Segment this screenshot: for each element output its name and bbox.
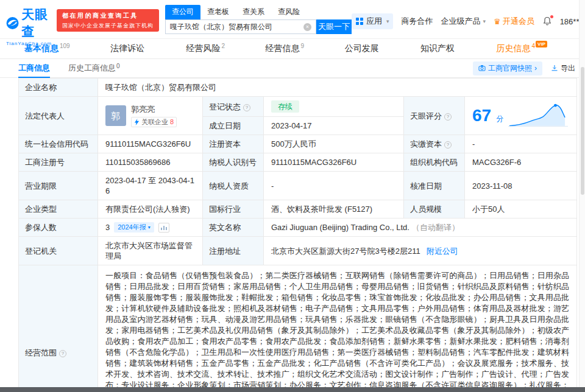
taxpayer-id-value: 91110115MACG326F6U <box>264 153 404 172</box>
slogan-badge: 都在用的商业查询工具 国家中小企业发展子基金旗下机构 <box>57 9 159 32</box>
english-name-cell: Gazi Jiuguan (Beijing) Trading Co., Ltd.… <box>264 219 577 237</box>
tab-operation-info[interactable]: 经营信息9 <box>266 43 305 54</box>
tab-operation-risk[interactable]: 经营风险2 <box>186 43 225 54</box>
business-scope-value: 一般项目：食品销售（仅销售预包装食品）；第二类医疗器械销售；互联网销售（除销售需… <box>98 265 577 392</box>
annual-report-tag[interactable]: 2024年报 ▾ <box>114 222 154 233</box>
open-vip-button[interactable]: ♛ 开通会员 <box>494 16 534 27</box>
tab-history-info[interactable]: 历史信息4VIP <box>497 43 547 54</box>
search-button[interactable]: 天眼一下 <box>316 19 352 34</box>
search-tab-boss[interactable]: 查老板 <box>200 5 236 19</box>
search-input[interactable] <box>170 23 303 31</box>
score-unit: 分 <box>496 114 503 124</box>
search-tab-risk[interactable]: 查风险 <box>271 5 307 19</box>
search-tab-relation[interactable]: 查关系 <box>236 5 271 19</box>
company-section-tabs: 基本信息109 法律诉讼 经营风险2 经营信息9 公司发展 知识产权 历史信息4… <box>0 39 585 59</box>
caret-down-icon: ▾ <box>483 18 486 24</box>
staff-size-label: 人员规模 <box>404 200 465 219</box>
slogan-line1: 都在用的商业查询工具 <box>62 12 154 20</box>
table-row: 法定代表人 郭 郭亮亮 关联企业 8 <box>19 97 577 117</box>
company-type-value: 有限责任公司(法人独资) <box>98 200 203 219</box>
info-icon[interactable]: ? <box>243 104 250 111</box>
legal-rep-related-companies-tag[interactable]: 关联企业 8 <box>131 117 177 127</box>
info-icon[interactable]: ? <box>59 350 66 357</box>
apps-menu[interactable]: 应用 ▾ <box>352 13 394 29</box>
caret-down-icon: ▾ <box>148 223 151 232</box>
enterprise-products-menu[interactable]: 企业级产品 ▾ <box>441 16 486 27</box>
paid-capital-label: 实缴资本? <box>404 135 465 153</box>
tab-intellectual-property[interactable]: 知识产权 <box>420 43 456 54</box>
tab-operation-risk-label: 经营风险 <box>186 43 221 53</box>
reg-number-label: 工商注册号 <box>19 153 98 172</box>
chevron-right-icon: › <box>534 65 537 72</box>
open-vip-label: 开通会员 <box>503 16 534 27</box>
scrollbar-thumb[interactable] <box>581 67 584 195</box>
insured-count-value: 3 <box>105 222 110 233</box>
score-cell: 67分 <box>465 97 577 135</box>
reg-address-label: 注册地址 <box>203 237 264 265</box>
official-snapshot-button[interactable]: 工商官网快照 › <box>473 61 542 75</box>
business-cooperation-link[interactable]: 商务合作 <box>401 16 433 27</box>
reg-capital-label: 注册资本 <box>203 135 264 153</box>
taxpayer-quality-label: 纳税人资质 <box>203 172 264 200</box>
tianyancha-logo[interactable]: 天眼查 TianYanCha.com <box>6 6 52 46</box>
clear-search-icon[interactable]: × <box>303 23 311 31</box>
table-row: 企业类型 有限责任公司(法人独资) 国标行业 酒、饮料及茶叶批发 (F5127)… <box>19 200 577 219</box>
vertical-scrollbar[interactable] <box>579 0 585 392</box>
industry-label: 国标行业 <box>203 200 264 219</box>
table-row: 工商注册号 110115035869686 纳税人识别号 91110115MAC… <box>19 153 577 172</box>
company-name-value: 嘎子玖馆（北京）贸易有限公司 <box>98 79 577 97</box>
legal-rep-name[interactable]: 郭亮亮 <box>131 104 177 114</box>
export-label: 导出 <box>561 63 575 74</box>
basic-info-subtabs: 工商信息 历史工商信息0 工商官网快照 › 导出 <box>0 59 585 78</box>
tab-intellectual-property-label: 知识产权 <box>420 43 455 53</box>
taxpayer-id-label: 纳税人识别号 <box>203 153 264 172</box>
insured-trend-icon[interactable] <box>158 223 169 233</box>
table-row: 登记机关 北京市大兴区市场监督管理局 注册地址 北京市大兴区新源大街27号院3号… <box>19 237 577 265</box>
reg-status-label-text: 登记状态 <box>209 102 241 111</box>
table-row: 经营范围? 一般项目：食品销售（仅销售预包装食品）；第二类医疗器械销售；互联网销… <box>19 265 577 392</box>
info-icon[interactable]: ? <box>444 113 452 121</box>
search-tabs: 查公司 查老板 查关系 查风险 <box>165 5 352 19</box>
subtab-history-business-info[interactable]: 历史工商信息0 <box>68 59 120 77</box>
tab-company-development[interactable]: 公司发展 <box>345 43 380 54</box>
header-menu: 应用 ▾ 商务合作 企业级产品 ▾ ♛ 开通会员 186**** ▾ <box>352 5 585 29</box>
notifications-button[interactable] <box>542 16 552 26</box>
business-term-value: 2023-04-17 至 2043-04-16 <box>98 172 203 200</box>
company-info-section: 企业名称 嘎子玖馆（北京）贸易有限公司 法定代表人 郭 郭亮亮 <box>18 78 577 392</box>
reg-status-label: 登记状态? <box>203 97 264 117</box>
reg-authority-value: 北京市大兴区市场监督管理局 <box>98 237 203 265</box>
approval-date-label: 核准日期 <box>404 172 465 200</box>
reg-number-value: 110115035869686 <box>98 153 203 172</box>
reg-address-value: 北京市大兴区新源大街27号院3号楼2层211 <box>271 247 420 256</box>
apps-label: 应用 <box>366 16 382 27</box>
tab-legal-litigation[interactable]: 法律诉讼 <box>110 43 146 54</box>
tab-count: 9 <box>301 43 305 49</box>
tab-operation-info-label: 经营信息 <box>266 43 300 53</box>
tab-basic-info[interactable]: 基本信息109 <box>24 43 70 54</box>
auto-translate-note: （自动翻译） <box>412 223 459 232</box>
export-button[interactable]: 导出 <box>551 63 575 74</box>
reg-status-value: 存续 <box>264 97 404 117</box>
legal-rep-tag-count: 8 <box>170 117 174 127</box>
tab-count: 109 <box>60 43 70 49</box>
caret-down-icon: ▾ <box>386 18 389 24</box>
slogan-line2: 国家中小企业发展子基金旗下机构 <box>62 22 154 30</box>
annual-report-tag-label: 2024年报 <box>118 223 146 232</box>
score-label: 天眼评分? <box>404 97 465 135</box>
establish-date-value: 2023-04-17 <box>264 117 404 135</box>
table-row: 统一社会信用代码 91110115MACG326F6U 注册资本 500万人民币… <box>19 135 577 153</box>
nearby-companies-link[interactable]: 附近公司 <box>427 247 458 256</box>
business-scope-label: 经营范围? <box>19 265 98 392</box>
search-tab-company[interactable]: 查公司 <box>165 5 200 19</box>
official-snapshot-label: 工商官网快照 <box>488 63 532 74</box>
table-row: 企业名称 嘎子玖馆（北京）贸易有限公司 <box>19 79 577 97</box>
tab-company-development-label: 公司发展 <box>345 43 379 53</box>
insured-count-cell: 3 2024年报 ▾ <box>98 219 203 237</box>
reg-address-cell: 北京市大兴区新源大街27号院3号楼2层211附近公司 <box>264 237 577 265</box>
company-name-label: 企业名称 <box>19 79 98 97</box>
status-badge: 存续 <box>271 100 299 113</box>
subtab-business-info[interactable]: 工商信息 <box>18 59 50 78</box>
info-icon[interactable]: ? <box>444 141 452 149</box>
mini-bar-chart-icon <box>160 225 168 231</box>
legal-rep-avatar[interactable]: 郭 <box>105 105 126 126</box>
